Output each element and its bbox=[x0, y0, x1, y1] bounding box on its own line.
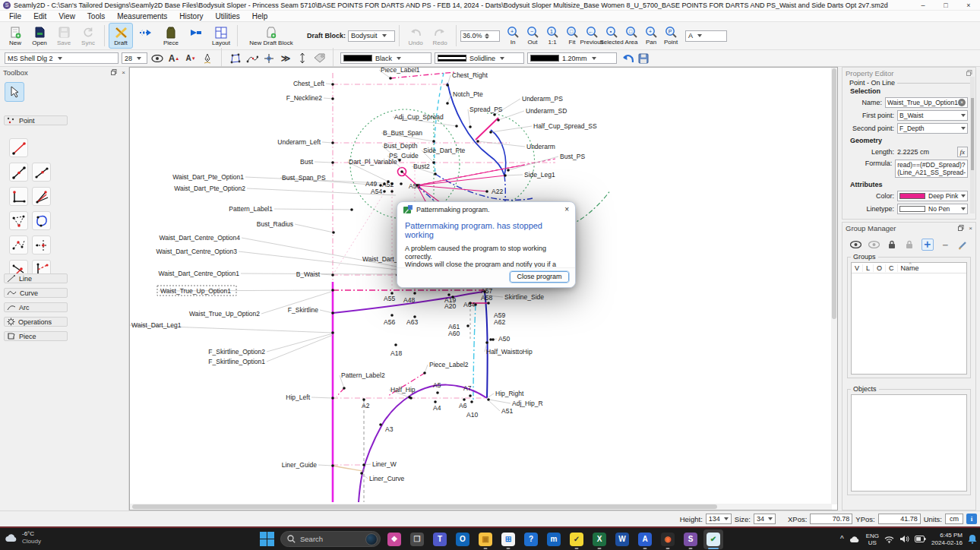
tool-point-along-line[interactable] bbox=[9, 163, 28, 182]
point-label-half_waisttohip[interactable]: Half_WaisttoHip bbox=[486, 348, 533, 356]
color-select[interactable]: Deep Pink bbox=[897, 191, 968, 201]
pattern-point[interactable] bbox=[331, 311, 334, 315]
point-label-bust_ps[interactable]: Bust_PS bbox=[560, 153, 585, 160]
tray-chevron-icon[interactable]: ^ bbox=[840, 535, 844, 543]
point-label-waist_dart_[interactable]: Waist_Dart_ bbox=[362, 255, 398, 263]
start-button[interactable] bbox=[257, 529, 277, 549]
point-label-piece_label2[interactable]: Piece_Label2 bbox=[429, 361, 469, 368]
point-label-waist_dart_leg1[interactable]: Waist_Dart_Leg1 bbox=[131, 321, 182, 329]
menu-item-file[interactable]: File bbox=[3, 12, 27, 21]
taskbar-app-app-a[interactable]: A bbox=[635, 529, 655, 549]
weather-widget[interactable]: -6°C Cloudy bbox=[5, 530, 41, 545]
pattern-point[interactable] bbox=[432, 161, 435, 164]
tool-point-bisector[interactable] bbox=[32, 187, 51, 206]
show-labels-eye-icon[interactable] bbox=[150, 52, 164, 65]
draft-canvas[interactable]: Piece_Label1Chest_RightChest_LeftNotch_P… bbox=[129, 67, 838, 510]
pattern-point[interactable] bbox=[394, 343, 397, 346]
point-label-underarm_sd[interactable]: Underarm_SD bbox=[526, 107, 567, 115]
point-label-underarm_left[interactable]: Underarm_Left bbox=[277, 138, 321, 146]
float-panel-icon[interactable] bbox=[966, 70, 972, 77]
pattern-point[interactable] bbox=[469, 394, 472, 397]
clock[interactable]: 6:45 PM 2024-02-16 bbox=[931, 532, 963, 547]
taskbar-app-firefox[interactable]: ◉ bbox=[658, 529, 678, 549]
pattern-point[interactable] bbox=[446, 102, 449, 105]
point-label-underarm[interactable]: Underarm bbox=[526, 143, 555, 150]
save-layout-icon[interactable] bbox=[637, 52, 650, 65]
taskbar-app-seamly2d[interactable]: ✔ bbox=[703, 529, 723, 549]
objects-list[interactable] bbox=[851, 394, 967, 492]
point-label-f_skirtline_option1[interactable]: F_Skirtline_Option1 bbox=[208, 358, 265, 365]
point-label-f_skirtline[interactable]: F_Skirtline bbox=[288, 306, 318, 314]
toolbox-group-line[interactable]: Line bbox=[4, 273, 68, 283]
zoom-11-button[interactable]: 11:1 bbox=[542, 26, 562, 46]
linetype-select[interactable]: No Pen bbox=[897, 204, 968, 214]
taskbar-app-sticky-notes[interactable]: ✓ bbox=[567, 529, 586, 549]
pattern-point[interactable] bbox=[331, 464, 334, 467]
zoom-point-button[interactable]: PPoint bbox=[661, 26, 681, 46]
point-label-waist_dart_pte_option2[interactable]: Waist_Dart_Pte_Option2 bbox=[174, 185, 245, 192]
hide-group-eye-icon[interactable] bbox=[868, 239, 880, 251]
pattern-point[interactable] bbox=[507, 169, 510, 172]
revert-arrow-icon[interactable] bbox=[620, 52, 634, 65]
pattern-point[interactable] bbox=[360, 472, 363, 475]
taskbar-app-excel[interactable]: X bbox=[590, 529, 609, 549]
point-label-f_skirtline_option2[interactable]: F_Skirtline_Option2 bbox=[208, 348, 265, 356]
point-label-a53[interactable]: A53 bbox=[409, 182, 420, 190]
point-label-waist_true_up_option2[interactable]: Waist_True_Up_Option2 bbox=[189, 310, 260, 318]
zoom-fit-button[interactable]: □Fit bbox=[562, 26, 582, 46]
pattern-point[interactable] bbox=[469, 125, 472, 128]
point-label-liner_guide[interactable]: Liner_Guide bbox=[282, 461, 318, 469]
point-label-a3[interactable]: A3 bbox=[385, 425, 394, 433]
tool-curve-closed[interactable] bbox=[32, 211, 51, 230]
point-label-side_dart_pte[interactable]: Side_Dart_Pte bbox=[423, 147, 466, 154]
col-objects[interactable]: O bbox=[874, 264, 886, 272]
point-label-a4[interactable]: A4 bbox=[433, 404, 441, 412]
point-label-waist_dart_centre_option1[interactable]: Waist_Dart_Centre_Option1 bbox=[159, 270, 240, 277]
scrollbar-thumb[interactable] bbox=[132, 504, 717, 509]
taskbar-app-photos[interactable]: ❖ bbox=[384, 529, 404, 549]
point-label-a48[interactable]: A48 bbox=[403, 296, 415, 304]
wifi-icon[interactable] bbox=[884, 536, 894, 543]
vertical-flip-icon[interactable] bbox=[296, 52, 309, 65]
point-label-a52[interactable]: A52 bbox=[382, 181, 394, 188]
formula-box[interactable]: read)==(#DD_Spread)? (Line_A21_SS_Spread… bbox=[895, 160, 968, 178]
lock-group-icon[interactable] bbox=[887, 239, 897, 251]
pattern-point[interactable] bbox=[379, 423, 382, 426]
point-label-bust_span_ps[interactable]: Bust_Span_PS bbox=[282, 174, 326, 182]
tool-point-contact[interactable] bbox=[9, 235, 28, 254]
point-label-adj_cup_spread[interactable]: Adj_Cup_Spread bbox=[394, 113, 444, 121]
point-label-skirtline_side[interactable]: Skirtline_Side bbox=[504, 293, 544, 301]
layout-mode-button[interactable]: Layout bbox=[209, 23, 233, 49]
point-label-a50[interactable]: A50 bbox=[498, 335, 510, 343]
pattern-point[interactable] bbox=[331, 83, 334, 86]
point-label-a7[interactable]: A7 bbox=[463, 384, 472, 392]
toolbox-group-piece[interactable]: Piece bbox=[4, 331, 68, 341]
height-select[interactable]: 134 bbox=[706, 514, 732, 524]
zoom-area-button[interactable]: □Area bbox=[621, 26, 641, 46]
pattern-point[interactable] bbox=[331, 97, 334, 100]
toolbox-group-operations[interactable]: Operations bbox=[4, 317, 68, 327]
pattern-point[interactable] bbox=[389, 77, 392, 80]
zoom-out-button[interactable]: −Out bbox=[523, 26, 542, 46]
point-label-bust[interactable]: Bust bbox=[300, 158, 314, 166]
unlock-group-icon[interactable] bbox=[904, 239, 915, 251]
point-label-a54[interactable]: A54 bbox=[371, 188, 382, 195]
language-indicator[interactable]: ENG US bbox=[866, 533, 879, 546]
pattern-point[interactable] bbox=[331, 331, 334, 334]
pattern-point[interactable] bbox=[463, 398, 466, 401]
menu-item-history[interactable]: History bbox=[173, 12, 209, 21]
pattern-point[interactable] bbox=[331, 273, 334, 277]
pattern-point[interactable] bbox=[493, 113, 496, 116]
maximize-button[interactable]: □ bbox=[934, 2, 957, 9]
pattern-point[interactable] bbox=[485, 341, 488, 344]
dialog-close-icon[interactable]: × bbox=[564, 205, 569, 213]
zoom-pan-button[interactable]: +Pan bbox=[641, 26, 661, 46]
point-label-side_leg1[interactable]: Side_Leg1 bbox=[524, 171, 555, 179]
pattern-point[interactable] bbox=[466, 324, 469, 327]
name-input[interactable]: Waist_True_Up_Option1× bbox=[885, 97, 968, 108]
pattern-point[interactable] bbox=[489, 131, 492, 134]
sync-button[interactable]: Sync bbox=[76, 23, 100, 49]
pattern-point[interactable] bbox=[432, 140, 435, 143]
point-label-a62[interactable]: A62 bbox=[494, 318, 505, 326]
draft-mode-button[interactable]: Draft bbox=[109, 23, 133, 49]
